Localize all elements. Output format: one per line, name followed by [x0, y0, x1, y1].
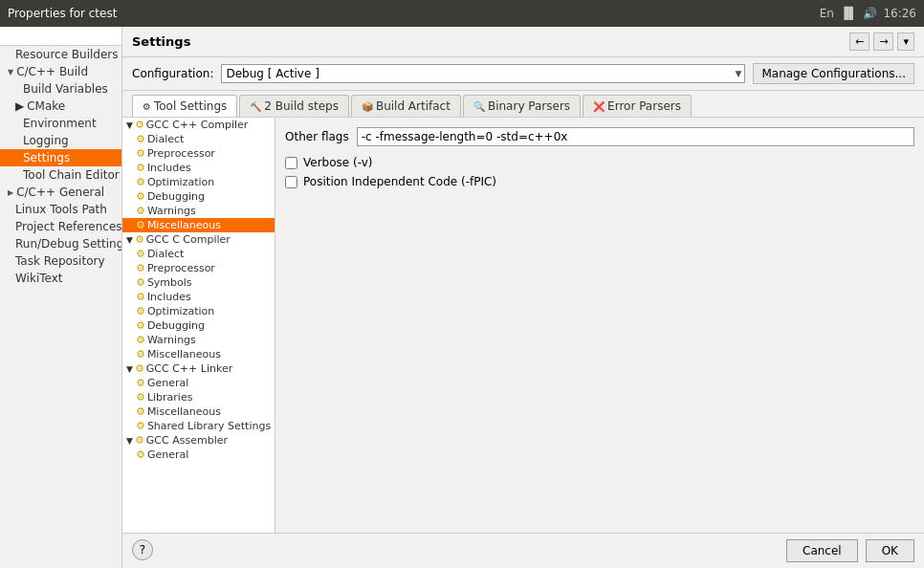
leaf-icon: ⚙ — [136, 133, 145, 145]
titlebar: Properties for ctest En ▐▌ 🔊 16:26 — [0, 0, 924, 27]
sidebar-search-input[interactable] — [4, 30, 122, 42]
sidebar-item-build-variables[interactable]: Build Variables — [0, 80, 121, 98]
tree-gcc-cpp-compiler[interactable]: ▼ ⚙ GCC C++ Compiler — [122, 118, 275, 132]
tab-build-steps[interactable]: 🔨 2 Build steps — [239, 95, 349, 117]
sidebar-item-resource-builders[interactable]: Resource Builders — [0, 46, 121, 63]
tree-c-includes[interactable]: ⚙ Includes — [122, 290, 275, 304]
tree-label: Dialect — [147, 248, 184, 260]
leaf-icon: ⚙ — [136, 291, 145, 303]
leaf-icon: ⚙ — [136, 420, 145, 432]
tree-debugging[interactable]: ⚙ Debugging — [122, 189, 275, 204]
expand-triangle-icon: ▼ — [126, 235, 133, 245]
tree-label: Preprocessor — [147, 147, 215, 160]
verbose-checkbox[interactable] — [285, 157, 297, 169]
sidebar-item-settings[interactable]: Settings — [0, 149, 121, 166]
tab-label: Build Artifact — [376, 99, 451, 113]
error-parsers-icon: ❌ — [593, 101, 605, 112]
config-select[interactable]: Debug [ Active ] — [221, 64, 745, 83]
tab-label: 2 Build steps — [264, 99, 339, 113]
tree-linker-miscellaneous[interactable]: ⚙ Miscellaneous — [122, 404, 275, 419]
expand-triangle-icon: ▼ — [126, 120, 133, 130]
expand-icon: ▼ — [8, 68, 13, 76]
tree-label: GCC Assembler — [146, 434, 228, 447]
sidebar-item-tool-chain-editor[interactable]: Tool Chain Editor — [0, 166, 121, 184]
tree-c-warnings[interactable]: ⚙ Warnings — [122, 333, 275, 347]
sidebar-item-logging[interactable]: Logging — [0, 132, 121, 149]
flags-input[interactable] — [357, 127, 914, 146]
tab-build-artifact[interactable]: 📦 Build Artifact — [351, 95, 461, 117]
tab-label: Tool Settings — [154, 99, 227, 113]
tree-c-miscellaneous[interactable]: ⚙ Miscellaneous — [122, 347, 275, 361]
manage-configurations-button[interactable]: Manage Configurations... — [753, 63, 914, 84]
tree-label: Debugging — [147, 190, 205, 203]
help-button[interactable]: ? — [132, 539, 153, 560]
tree-gcc-c-compiler[interactable]: ▼ ⚙ GCC C Compiler — [122, 232, 275, 247]
binary-parsers-icon: 🔍 — [473, 101, 485, 112]
clock: 16:26 — [883, 7, 916, 20]
tree-includes[interactable]: ⚙ Includes — [122, 161, 275, 175]
tree-c-preprocessor[interactable]: ⚙ Preprocessor — [122, 261, 275, 275]
tree-c-optimization[interactable]: ⚙ Optimization — [122, 304, 275, 318]
tree-c-dialect[interactable]: ⚙ Dialect — [122, 247, 275, 261]
tree-warnings[interactable]: ⚙ Warnings — [122, 204, 275, 218]
tree-dialect[interactable]: ⚙ Dialect — [122, 132, 275, 146]
sidebar-label: Tool Chain Editor — [23, 168, 120, 182]
sidebar-item-cmake[interactable]: ▶ CMake — [0, 98, 121, 115]
tree-preprocessor[interactable]: ⚙ Preprocessor — [122, 146, 275, 161]
tree-label: GCC C++ Linker — [146, 362, 232, 375]
tree-label: Miscellaneous — [147, 219, 221, 231]
config-select-wrapper[interactable]: Debug [ Active ] ▼ — [221, 64, 745, 83]
tree-linker-general[interactable]: ⚙ General — [122, 376, 275, 390]
sidebar-label: Linux Tools Path — [15, 203, 107, 216]
tab-label: Error Parsers — [607, 99, 681, 113]
leaf-icon: ⚙ — [136, 348, 145, 360]
sidebar-item-task-repository[interactable]: Task Repository — [0, 252, 121, 270]
pic-label[interactable]: Position Independent Code (-fPIC) — [303, 175, 496, 188]
tree-label: Includes — [147, 291, 191, 303]
tree-gcc-cpp-linker[interactable]: ▼ ⚙ GCC C++ Linker — [122, 361, 275, 376]
leaf-icon: ⚙ — [136, 162, 145, 174]
sidebar-item-cpp-general[interactable]: ▶ C/C++ General — [0, 184, 121, 201]
cancel-button[interactable]: Cancel — [786, 539, 858, 562]
sidebar-item-run-debug-settings[interactable]: Run/Debug Settings — [0, 235, 121, 252]
sidebar-label: Task Repository — [15, 254, 105, 268]
expand-icon: ▶ — [8, 99, 24, 113]
sidebar-item-linux-tools-path[interactable]: Linux Tools Path — [0, 201, 121, 218]
sidebar-item-project-references[interactable]: Project References — [0, 218, 121, 235]
ok-button[interactable]: OK — [866, 539, 914, 562]
leaf-icon: ⚙ — [136, 276, 145, 289]
tree-gcc-assembler[interactable]: ▼ ⚙ GCC Assembler — [122, 433, 275, 448]
tree-c-symbols[interactable]: ⚙ Symbols — [122, 275, 275, 290]
pic-checkbox[interactable] — [285, 176, 297, 188]
tab-tool-settings[interactable]: ⚙ Tool Settings — [132, 95, 237, 117]
tree-asm-general[interactable]: ⚙ General — [122, 448, 275, 462]
nav-back-button[interactable]: ← — [849, 33, 869, 51]
sidebar-item-cpp-build[interactable]: ▼ C/C++ Build — [0, 63, 121, 80]
tree-c-debugging[interactable]: ⚙ Debugging — [122, 318, 275, 333]
sidebar-label: Resource Builders — [15, 48, 119, 61]
nav-forward-button[interactable]: → — [873, 33, 893, 51]
tree-label: GCC C Compiler — [146, 233, 231, 246]
tab-binary-parsers[interactable]: 🔍 Binary Parsers — [463, 95, 581, 117]
sidebar-search-container[interactable]: ✕ — [0, 27, 121, 46]
tree-label: Warnings — [147, 205, 196, 217]
nav-dropdown-button[interactable]: ▾ — [897, 33, 914, 51]
sidebar-label: C/C++ General — [16, 186, 104, 199]
system-tray: En ▐▌ 🔊 16:26 — [820, 7, 916, 20]
verbose-label[interactable]: Verbose (-v) — [303, 156, 372, 169]
settings-header: Settings ← → ▾ — [122, 27, 924, 57]
leaf-icon: ⚙ — [136, 147, 145, 160]
assembler-icon: ⚙ — [135, 434, 144, 447]
leaf-icon: ⚙ — [136, 334, 145, 346]
leaf-icon: ⚙ — [136, 319, 145, 332]
sidebar-item-environment[interactable]: Environment — [0, 115, 121, 132]
tree-linker-libraries[interactable]: ⚙ Libraries — [122, 390, 275, 404]
tree-miscellaneous[interactable]: ⚙ Miscellaneous — [122, 218, 275, 232]
tab-error-parsers[interactable]: ❌ Error Parsers — [583, 95, 692, 117]
tree-shared-lib-settings[interactable]: ⚙ Shared Library Settings — [122, 419, 275, 433]
tree-label: Miscellaneous — [147, 348, 221, 360]
sidebar-item-wikitext[interactable]: WikiText — [0, 270, 121, 287]
config-label: Configuration: — [132, 67, 213, 80]
tree-optimization[interactable]: ⚙ Optimization — [122, 175, 275, 189]
leaf-icon: ⚙ — [136, 262, 145, 274]
